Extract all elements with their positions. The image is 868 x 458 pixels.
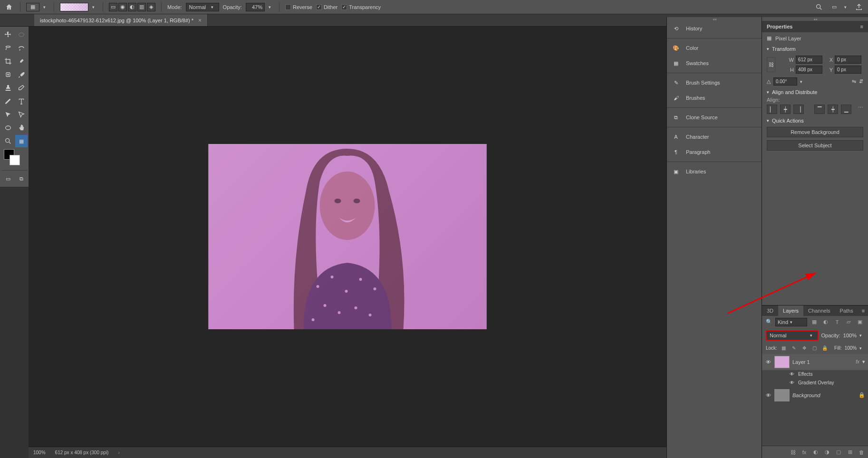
layer-row[interactable]: 👁 Layer 1 fx ▾ xyxy=(762,354,868,370)
home-icon[interactable] xyxy=(4,2,14,12)
diamond-gradient-icon[interactable]: ◈ xyxy=(147,3,155,11)
dither-checkbox[interactable] xyxy=(316,4,322,10)
x-input[interactable] xyxy=(835,56,861,64)
brushes-panel-button[interactable]: 🖌Brushes xyxy=(667,90,762,105)
filter-pixel-icon[interactable]: ▦ xyxy=(810,318,819,326)
link-dimensions-icon[interactable]: ⛓ xyxy=(767,57,775,72)
canvas-area[interactable] xyxy=(29,27,666,447)
lock-icon[interactable]: 🔒 xyxy=(858,392,865,398)
layer-style-icon[interactable]: fx xyxy=(800,448,808,456)
libraries-panel-button[interactable]: ▣Libraries xyxy=(667,164,762,179)
width-input[interactable] xyxy=(796,56,822,64)
panel-menu-icon[interactable]: ≡ xyxy=(860,24,863,29)
type-tool-icon[interactable] xyxy=(15,95,28,107)
zoom-level[interactable]: 100% xyxy=(33,450,46,455)
opacity-input[interactable]: 47% xyxy=(246,3,265,11)
align-right-icon[interactable]: ▕ xyxy=(793,105,804,114)
healing-tool-icon[interactable] xyxy=(2,68,14,81)
crop-tool-icon[interactable] xyxy=(2,55,14,67)
tab-channels[interactable]: Channels xyxy=(803,305,835,316)
chevron-right-icon[interactable]: › xyxy=(118,450,119,455)
brush-settings-panel-button[interactable]: ✎Brush Settings xyxy=(667,75,762,90)
collapse-handle[interactable]: ◂◂ xyxy=(762,17,868,21)
stamp-tool-icon[interactable] xyxy=(2,82,14,94)
gradient-tool-icon[interactable]: ▦ xyxy=(15,135,28,147)
clone-source-panel-button[interactable]: ⧉Clone Source xyxy=(667,110,762,125)
screen-mode-icon[interactable]: ⧉ xyxy=(15,172,28,185)
lock-position-icon[interactable]: ✥ xyxy=(800,344,808,352)
visibility-icon[interactable]: 👁 xyxy=(765,359,772,365)
chevron-down-icon[interactable]: ▾ xyxy=(859,346,864,351)
eraser-tool-icon[interactable] xyxy=(15,82,28,94)
flip-horizontal-icon[interactable]: ⇋ xyxy=(852,78,856,85)
layer-thumbnail[interactable] xyxy=(774,356,790,368)
tab-layers[interactable]: Layers xyxy=(778,305,803,316)
selection-tool-icon[interactable] xyxy=(15,42,28,54)
reflected-gradient-icon[interactable]: ▥ xyxy=(137,3,146,11)
angle-input[interactable] xyxy=(773,77,797,86)
share-icon[interactable] xyxy=(854,2,864,12)
lasso-tool-icon[interactable] xyxy=(2,42,14,54)
search-icon[interactable] xyxy=(814,2,824,12)
eyedropper-tool-icon[interactable] xyxy=(15,55,28,67)
color-panel-button[interactable]: 🎨Color xyxy=(667,40,762,56)
document-tab[interactable]: istockphoto-465479132-612x612.jpg @ 100%… xyxy=(34,14,208,26)
group-icon[interactable]: ▢ xyxy=(835,448,842,456)
brush-tool-icon[interactable] xyxy=(15,68,28,81)
align-left-icon[interactable]: ▏ xyxy=(767,105,777,114)
tab-3d[interactable]: 3D xyxy=(762,305,778,316)
chevron-down-icon[interactable]: ▾ xyxy=(800,79,805,84)
paragraph-panel-button[interactable]: ¶Paragraph xyxy=(667,144,762,160)
chevron-down-icon[interactable]: ▾ xyxy=(844,5,849,10)
blend-mode-dropdown[interactable]: Normal▾ xyxy=(186,3,219,11)
layer-row[interactable]: 👁 Background 🔒 xyxy=(762,387,868,403)
transform-section[interactable]: ▾Transform xyxy=(762,44,868,54)
collapse-handle[interactable]: ◂◂ xyxy=(667,17,762,21)
layer-thumbnail[interactable] xyxy=(774,389,790,401)
chevron-down-icon[interactable]: ▾ xyxy=(859,333,864,338)
align-top-icon[interactable]: ▔ xyxy=(814,105,825,114)
align-bottom-icon[interactable]: ▁ xyxy=(841,105,851,114)
close-icon[interactable]: × xyxy=(198,17,202,24)
layer-opacity-input[interactable]: 100% xyxy=(843,333,857,338)
blend-mode-dropdown[interactable]: Normal▾ xyxy=(766,330,819,341)
lock-pixels-icon[interactable]: ✎ xyxy=(791,344,798,352)
linear-gradient-icon[interactable]: ▭ xyxy=(109,3,117,11)
filter-smart-icon[interactable]: ▣ xyxy=(856,318,864,326)
lock-transparency-icon[interactable]: ▦ xyxy=(780,344,788,352)
reverse-checkbox[interactable] xyxy=(285,4,291,10)
visibility-icon[interactable]: 👁 xyxy=(765,392,772,399)
layer-filter-dropdown[interactable]: Kind▾ xyxy=(775,318,807,326)
direct-select-icon[interactable] xyxy=(15,108,28,121)
path-tool-icon[interactable] xyxy=(2,108,14,121)
layer-name[interactable]: Layer 1 xyxy=(792,359,853,365)
y-input[interactable] xyxy=(835,66,861,74)
filter-adjustment-icon[interactable]: ◐ xyxy=(821,318,830,326)
shape-tool-icon[interactable] xyxy=(2,122,14,134)
gradient-overlay-row[interactable]: 👁Gradient Overlay xyxy=(762,379,868,387)
select-subject-button[interactable]: Select Subject xyxy=(767,140,863,151)
transparency-checkbox[interactable] xyxy=(341,4,347,10)
layer-name[interactable]: Background xyxy=(792,392,856,398)
color-swatches[interactable] xyxy=(2,148,28,168)
new-layer-icon[interactable]: ⊞ xyxy=(846,448,854,456)
adjustment-layer-icon[interactable]: ◑ xyxy=(823,448,831,456)
link-layers-icon[interactable]: ⛓ xyxy=(789,448,797,456)
lock-artboard-icon[interactable]: ▢ xyxy=(811,344,819,352)
lock-all-icon[interactable]: 🔒 xyxy=(821,344,829,352)
chevron-down-icon[interactable]: ▾ xyxy=(862,359,865,365)
quick-actions-section[interactable]: ▾Quick Actions xyxy=(762,116,868,125)
history-panel-button[interactable]: ⟲History xyxy=(667,21,762,36)
chevron-down-icon[interactable]: ▾ xyxy=(92,5,97,10)
delete-layer-icon[interactable]: 🗑 xyxy=(858,448,865,456)
swatches-panel-button[interactable]: ▦Swatches xyxy=(667,56,762,71)
align-section[interactable]: ▾Align and Distribute xyxy=(762,87,868,97)
chevron-down-icon[interactable]: ▾ xyxy=(43,5,48,10)
character-panel-button[interactable]: ACharacter xyxy=(667,129,762,144)
filter-shape-icon[interactable]: ▱ xyxy=(844,318,853,326)
align-center-h-icon[interactable]: ┿ xyxy=(780,105,791,114)
flip-vertical-icon[interactable]: ⇵ xyxy=(859,78,863,85)
gradient-tool-icon[interactable]: ▦ xyxy=(26,3,39,11)
effects-row[interactable]: 👁Effects xyxy=(762,370,868,379)
workspace-icon[interactable]: ▭ xyxy=(829,2,839,12)
